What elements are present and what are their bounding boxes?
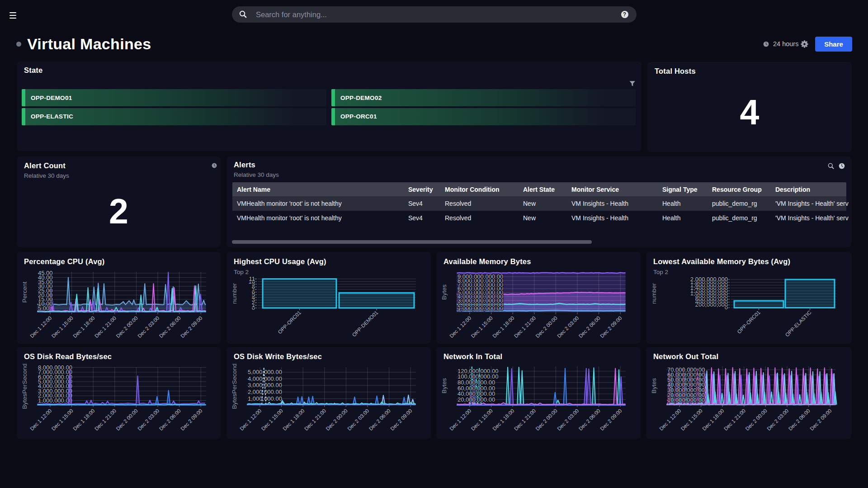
svg-text:Dec 2 00:00: Dec 2 00:00: [115, 408, 138, 431]
svg-text:1,000,000.00: 1,000,000.00: [248, 395, 282, 402]
svg-text:Dec 1 12:00: Dec 1 12:00: [658, 408, 682, 431]
svg-text:Dec 1 21:00: Dec 1 21:00: [94, 408, 117, 431]
svg-text:Dec 2 06:00: Dec 2 06:00: [578, 315, 601, 339]
svg-text:Bytes: Bytes: [441, 378, 448, 393]
svg-text:Dec 2 03:00: Dec 2 03:00: [346, 408, 370, 431]
svg-text:Dec 1 15:00: Dec 1 15:00: [260, 408, 284, 431]
svg-text:5,000,000.00: 5,000,000.00: [248, 369, 282, 375]
svg-text:Dec 1 18:00: Dec 1 18:00: [701, 408, 725, 431]
svg-text:Dec 2 06:00: Dec 2 06:00: [578, 408, 601, 431]
svg-text:Dec 1 18:00: Dec 1 18:00: [491, 408, 515, 431]
svg-text:number: number: [231, 283, 238, 304]
svg-text:70,000,000.00: 70,000,000.00: [667, 366, 705, 373]
svg-text:Dec 2 03:00: Dec 2 03:00: [556, 315, 580, 339]
svg-text:Dec 1 12:00: Dec 1 12:00: [448, 408, 472, 431]
svg-text:Dec 1 15:00: Dec 1 15:00: [470, 315, 494, 339]
svg-text:Dec 1 12:00: Dec 1 12:00: [239, 408, 262, 431]
svg-text:Dec 2 09:00: Dec 2 09:00: [179, 408, 203, 431]
svg-text:number: number: [651, 283, 657, 304]
svg-text:OPP-ORC01: OPP-ORC01: [736, 309, 761, 334]
svg-text:Dec 1 18:00: Dec 1 18:00: [72, 408, 95, 431]
svg-text:Dec 2 00:00: Dec 2 00:00: [534, 315, 558, 339]
svg-text:Dec 2 09:00: Dec 2 09:00: [599, 315, 623, 339]
svg-text:120,000,000.00: 120,000,000.00: [458, 368, 498, 374]
svg-text:Dec 2 00:00: Dec 2 00:00: [325, 408, 348, 431]
svg-text:Dec 1 21:00: Dec 1 21:00: [303, 408, 327, 431]
svg-text:Dec 1 21:00: Dec 1 21:00: [94, 315, 117, 339]
svg-text:BytesPerSecond: BytesPerSecond: [231, 364, 238, 409]
svg-text:OPP-DEMO01: OPP-DEMO01: [351, 310, 379, 338]
svg-text:Dec 2 00:00: Dec 2 00:00: [115, 315, 138, 339]
svg-text:Dec 2 00:00: Dec 2 00:00: [534, 408, 558, 431]
svg-text:Dec 1 15:00: Dec 1 15:00: [470, 408, 494, 431]
svg-text:Dec 2 03:00: Dec 2 03:00: [137, 315, 160, 339]
svg-text:11: 11: [249, 275, 255, 282]
svg-text:Dec 2 03:00: Dec 2 03:00: [766, 408, 789, 431]
svg-text:Dec 1 18:00: Dec 1 18:00: [282, 408, 305, 431]
svg-text:Dec 2 09:00: Dec 2 09:00: [809, 408, 832, 431]
svg-text:Dec 2 06:00: Dec 2 06:00: [158, 408, 182, 431]
svg-text:Dec 2 06:00: Dec 2 06:00: [368, 408, 392, 431]
svg-text:Dec 1 15:00: Dec 1 15:00: [51, 315, 74, 339]
svg-text:2,000,000,000: 2,000,000,000: [690, 276, 728, 283]
svg-text:OPP-ORC01: OPP-ORC01: [277, 310, 302, 335]
svg-text:45.00: 45.00: [38, 270, 53, 276]
svg-text:Dec 2 06:00: Dec 2 06:00: [788, 408, 811, 431]
svg-text:Dec 2 00:00: Dec 2 00:00: [744, 408, 768, 431]
svg-text:Dec 1 18:00: Dec 1 18:00: [491, 315, 515, 339]
svg-text:Dec 2 09:00: Dec 2 09:00: [599, 408, 623, 431]
svg-text:Dec 1 15:00: Dec 1 15:00: [680, 408, 703, 431]
svg-text:9,000,000,000.00: 9,000,000,000.00: [458, 273, 503, 280]
svg-text:Dec 2 03:00: Dec 2 03:00: [137, 408, 160, 431]
svg-text:OPP-ELASTIC: OPP-ELASTIC: [784, 309, 812, 337]
svg-text:Bytes: Bytes: [441, 284, 448, 300]
svg-text:BytesPerSecond: BytesPerSecond: [21, 364, 28, 409]
svg-text:8,000,000.00: 8,000,000.00: [38, 364, 72, 371]
svg-text:Dec 1 21:00: Dec 1 21:00: [723, 408, 746, 431]
svg-text:Dec 2 03:00: Dec 2 03:00: [556, 408, 580, 431]
svg-text:Dec 2 09:00: Dec 2 09:00: [389, 408, 413, 431]
svg-text:Dec 1 21:00: Dec 1 21:00: [513, 408, 537, 431]
svg-text:Percent: Percent: [21, 281, 28, 303]
svg-text:Dec 2 06:00: Dec 2 06:00: [158, 315, 182, 339]
svg-text:Dec 2 09:00: Dec 2 09:00: [179, 315, 203, 339]
svg-text:Dec 1 12:00: Dec 1 12:00: [29, 315, 52, 339]
svg-text:Dec 1 18:00: Dec 1 18:00: [72, 315, 95, 339]
svg-text:Dec 1 15:00: Dec 1 15:00: [51, 408, 74, 431]
svg-text:Dec 1 12:00: Dec 1 12:00: [448, 315, 472, 339]
svg-text:Bytes: Bytes: [651, 378, 657, 393]
svg-text:Dec 1 12:00: Dec 1 12:00: [29, 408, 52, 431]
svg-text:Dec 1 21:00: Dec 1 21:00: [513, 315, 537, 339]
